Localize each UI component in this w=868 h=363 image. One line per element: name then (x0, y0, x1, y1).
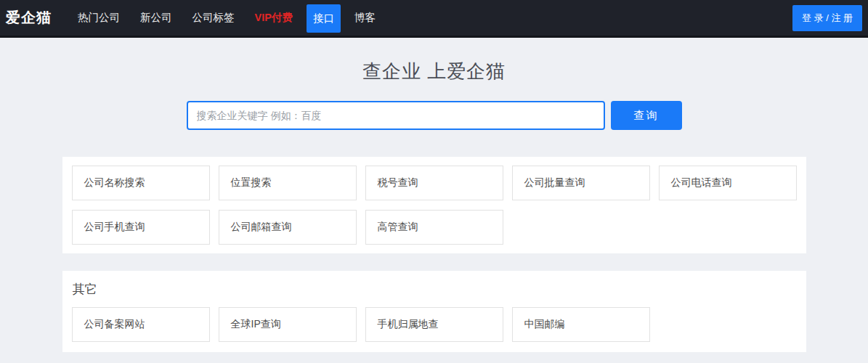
tool-card-label: 位置搜索 (231, 176, 272, 189)
tools-panel: 公司名称搜索位置搜索税号查询公司批量查询公司电话查询公司手机查询公司邮箱查询高管… (62, 157, 806, 253)
tool-card-label: 全球IP查询 (231, 318, 281, 331)
tool-card-company-name-search[interactable]: 公司名称搜索 (72, 166, 210, 200)
nav-item-company-tags[interactable]: 公司标签 (186, 0, 241, 36)
tool-card-label: 高管查询 (378, 221, 418, 234)
tool-card-label: 手机归属地查 (378, 318, 439, 331)
tools-card-grid: 公司名称搜索位置搜索税号查询公司批量查询公司电话查询公司手机查询公司邮箱查询高管… (72, 166, 797, 245)
tool-card-company-phone-lookup[interactable]: 公司电话查询 (659, 166, 797, 200)
nav-item-new-companies[interactable]: 新公司 (134, 0, 179, 36)
navbar: 爱企猫 热门公司新公司公司标签VIP付费接口博客 登 录 / 注 册 (0, 0, 868, 38)
nav-item-api[interactable]: 接口 (307, 4, 341, 33)
main-nav: 热门公司新公司公司标签VIP付费接口博客 (68, 0, 386, 36)
nav-item-blog[interactable]: 博客 (348, 0, 382, 36)
search-button[interactable]: 查询 (611, 101, 682, 130)
other-section-title: 其它 (73, 281, 797, 298)
tool-card-executive-lookup[interactable]: 高管查询 (365, 210, 503, 245)
tool-card-label: 公司备案网站 (84, 318, 145, 331)
main-content: 查企业 上爱企猫 查询 公司名称搜索位置搜索税号查询公司批量查询公司电话查询公司… (0, 59, 868, 352)
tool-card-china-postal-code[interactable]: 中国邮编 (512, 307, 650, 342)
tool-card-label: 公司电话查询 (671, 176, 732, 189)
tool-card-location-search[interactable]: 位置搜索 (219, 166, 357, 200)
other-tools-panel: 其它 公司备案网站全球IP查询手机归属地查中国邮编 (62, 271, 806, 352)
tool-card-tax-id-lookup[interactable]: 税号查询 (365, 166, 503, 200)
tool-card-label: 公司名称搜索 (84, 176, 145, 189)
tool-card-company-email-lookup[interactable]: 公司邮箱查询 (219, 210, 357, 245)
search-bar: 查询 (187, 101, 682, 130)
nav-item-hot-companies[interactable]: 热门公司 (71, 0, 126, 36)
site-logo[interactable]: 爱企猫 (6, 0, 52, 36)
tool-card-company-mobile-lookup[interactable]: 公司手机查询 (72, 210, 210, 245)
tool-card-label: 中国邮编 (524, 318, 565, 331)
search-input[interactable] (187, 101, 605, 130)
tool-card-label: 公司批量查询 (524, 176, 585, 189)
page-title: 查企业 上爱企猫 (0, 59, 868, 84)
login-register-button[interactable]: 登 录 / 注 册 (792, 5, 862, 31)
nav-item-vip-pay[interactable]: VIP付费 (248, 0, 299, 36)
tool-card-company-batch-lookup[interactable]: 公司批量查询 (512, 166, 650, 200)
tool-card-label: 公司手机查询 (84, 221, 145, 234)
tool-card-label: 公司邮箱查询 (231, 221, 292, 234)
tool-card-global-ip-lookup[interactable]: 全球IP查询 (219, 307, 357, 342)
other-card-grid: 公司备案网站全球IP查询手机归属地查中国邮编 (72, 307, 797, 342)
tool-card-label: 税号查询 (378, 176, 418, 189)
tool-card-company-icp-sites[interactable]: 公司备案网站 (72, 307, 210, 342)
tool-card-mobile-location-lookup[interactable]: 手机归属地查 (365, 307, 503, 342)
